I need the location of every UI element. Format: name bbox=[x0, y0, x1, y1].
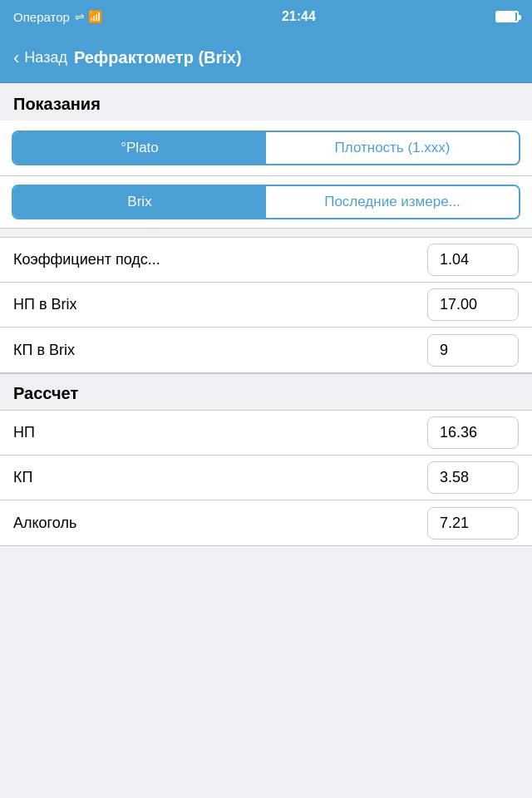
np-brix-value[interactable]: 17.00 bbox=[427, 288, 519, 321]
segment-control-1: °Plato Плотность (1.xxx) bbox=[12, 131, 520, 165]
alkogol-row: Алкоголь 7.21 bbox=[0, 500, 532, 545]
np-value[interactable]: 16.36 bbox=[427, 416, 519, 449]
np-row: НП 16.36 bbox=[0, 411, 532, 456]
kp-label: КП bbox=[13, 469, 427, 486]
segment-btn-plato[interactable]: °Plato bbox=[13, 132, 266, 164]
segment-control-2: Brix Последние измере... bbox=[12, 185, 520, 219]
kp-brix-label: КП в Brix bbox=[13, 342, 427, 359]
back-button[interactable]: ‹ Назад bbox=[13, 49, 67, 67]
raschot-header: Рассчет bbox=[0, 373, 532, 410]
form-section-fields: Коэффициент подс... 1.04 НП в Brix 17.00… bbox=[0, 237, 532, 373]
status-bar-left: Оператор ⇌ 📶 bbox=[13, 10, 102, 24]
np-brix-label: НП в Brix bbox=[13, 296, 427, 313]
back-label: Назад bbox=[24, 49, 67, 66]
status-bar-time: 21:44 bbox=[282, 9, 316, 24]
form-section-raschot: НП 16.36 КП 3.58 Алкоголь 7.21 bbox=[0, 410, 532, 546]
segment-row-1-container: °Plato Плотность (1.xxx) bbox=[0, 121, 532, 176]
koefficient-label: Коэффициент подс... bbox=[13, 251, 427, 268]
kp-brix-value[interactable]: 9 bbox=[427, 334, 519, 367]
back-chevron-icon: ‹ bbox=[13, 49, 19, 67]
status-bar: Оператор ⇌ 📶 21:44 bbox=[0, 0, 532, 33]
pokazaniya-header: Показания bbox=[0, 83, 532, 121]
segment-row-2-container: Brix Последние измере... bbox=[0, 176, 532, 229]
wifi-icon: ⇌ 📶 bbox=[75, 10, 102, 23]
nav-title: Рефрактометр (Brix) bbox=[74, 48, 242, 67]
koefficient-row: Коэффициент подс... 1.04 bbox=[0, 238, 532, 283]
segment-btn-brix[interactable]: Brix bbox=[13, 186, 266, 218]
kp-brix-row: КП в Brix 9 bbox=[0, 328, 532, 372]
segment-btn-plotnost[interactable]: Плотность (1.xxx) bbox=[266, 132, 519, 164]
battery-icon bbox=[495, 11, 519, 22]
np-brix-row: НП в Brix 17.00 bbox=[0, 283, 532, 328]
koefficient-value[interactable]: 1.04 bbox=[427, 244, 519, 276]
alkogol-label: Алкоголь bbox=[13, 515, 427, 532]
np-label: НП bbox=[13, 424, 427, 441]
operator-label: Оператор bbox=[13, 10, 70, 24]
alkogol-value[interactable]: 7.21 bbox=[427, 507, 519, 539]
nav-bar: ‹ Назад Рефрактометр (Brix) bbox=[0, 33, 532, 83]
segment-btn-poslednie[interactable]: Последние измере... bbox=[266, 186, 519, 218]
kp-value[interactable]: 3.58 bbox=[427, 461, 519, 494]
status-bar-right bbox=[495, 11, 519, 22]
battery-fill bbox=[497, 12, 515, 21]
kp-row: КП 3.58 bbox=[0, 456, 532, 500]
